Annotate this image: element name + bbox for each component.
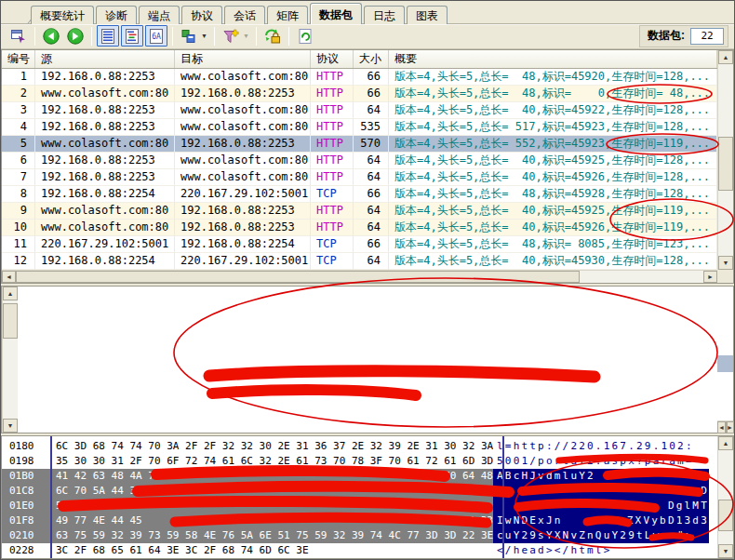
packet-cell-size: 64	[354, 220, 389, 236]
tab-图表[interactable]: 图表	[407, 6, 448, 24]
column-header-编号[interactable]: 编号	[2, 50, 35, 68]
column-header-概要[interactable]: 概要	[389, 50, 717, 68]
scrollbar-thumb[interactable]	[3, 303, 18, 339]
packet-cell-no: 11	[2, 236, 35, 253]
column-header-源[interactable]: 源	[35, 50, 175, 68]
tab-矩阵[interactable]: 矩阵	[267, 6, 308, 24]
decode-row[interactable]: ="no-cache"><META http-equiv="Content-Ty…	[717, 322, 733, 339]
toggle-decode-view-icon[interactable]	[121, 25, 143, 47]
packet-cell-no: 12	[2, 253, 35, 270]
tab-端点[interactable]: 端点	[139, 6, 180, 24]
packet-row[interactable]: 11220.167.29.102:5001192.168.0.88:2254TC…	[2, 236, 717, 253]
scroll-down-icon[interactable]: ▼	[718, 256, 733, 270]
hex-row[interactable]: 01B041 42 63 48 4A 764D 4E 70 64 48ABcHJ…	[2, 469, 717, 484]
hex-row[interactable]: 021063 75 59 32 39 73 59 58 4E 76 5A 6E …	[2, 528, 717, 543]
decode-row[interactable]: IwNDD13d3cuY29sYXNvZnQuY29tLw=="></head>…	[717, 389, 733, 406]
back-icon[interactable]	[40, 25, 62, 47]
display-options-dropdown-caret[interactable]: ▼	[201, 33, 207, 39]
packet-cell-sum: 版本=4,头长=5,总长= 40,标识=45930,生存时间=128,...	[389, 253, 717, 270]
packet-row[interactable]: 6192.168.0.88:2253www.colasoft.com:80HTT…	[2, 153, 717, 169]
packet-cell-proto: HTTP	[311, 153, 354, 169]
toggle-hex-view-icon[interactable]: 6A	[145, 25, 167, 47]
scrollbar-thumb[interactable]	[16, 271, 580, 283]
scrollbar-thumb[interactable]	[718, 137, 733, 191]
packet-list-pane: 编号源目标协议大小概要 1192.168.0.88:2253www.colaso…	[1, 49, 734, 284]
decode-row[interactable]: l=http://220.167.29.102:5001/portal2.asp…	[717, 355, 733, 372]
packet-cell-src: 192.168.0.88:2254	[35, 186, 175, 203]
packet-cell-size: 535	[354, 119, 389, 136]
scroll-left-icon[interactable]: ◄	[2, 271, 16, 283]
filter-dropdown-caret[interactable]: ▼	[243, 33, 249, 39]
scroll-left-icon[interactable]: ◄	[717, 421, 726, 433]
packet-decode-pane: Connection:close[183/21]Line 1:<HTML><he…	[1, 286, 734, 433]
hex-row[interactable]: 01C86C 70 5A 44 33lD	[2, 484, 717, 499]
packet-cell-src: www.colasoft.com:80	[35, 86, 175, 102]
hex-offset: 0228	[2, 543, 47, 558]
scrollbar-thumb[interactable]	[718, 500, 733, 531]
hex-row[interactable]: 01F849 77 4E 44 4564 33IwNDExJnZXVybD13d…	[2, 513, 717, 528]
ascii-visible-prefix: ABcHJvdmluY2	[497, 469, 595, 484]
hex-vertical-scrollbar[interactable]: ▲ ▼	[717, 436, 733, 558]
packet-row[interactable]: 4192.168.0.88:2253www.colasoft.com:80HTT…	[2, 119, 717, 136]
packet-row[interactable]: 9www.colasoft.com:80192.168.0.88:2253HTT…	[2, 203, 717, 220]
scroll-down-icon[interactable]: ▼	[718, 544, 733, 558]
packet-row[interactable]: 10www.colasoft.com:80192.168.0.88:2253HT…	[2, 220, 717, 236]
packet-list-vertical-scrollbar[interactable]: ▲ ▼	[717, 50, 733, 270]
hex-ascii-text: </head></html>	[493, 543, 709, 558]
packet-cell-sum: 版本=4,头长=5,总长= 48,标识=45928,生存时间=128,...	[389, 186, 717, 203]
decode-row[interactable]: Connection:close[183/21]	[717, 288, 733, 305]
packet-cell-sum: 版本=4,头长=5,总长= 48,标识=45920,生存时间=128,...	[389, 69, 717, 86]
packet-row[interactable]: 8192.168.0.88:2254220.167.29.102:5001TCP…	[2, 186, 717, 203]
decode-row[interactable]: ml;charset=gb2312"><meta http-equiv="Ref…	[717, 339, 733, 355]
decode-vertical-scrollbar[interactable]: ▲ ▼	[2, 287, 18, 433]
packet-cell-dst: 192.168.0.88:2253	[175, 203, 311, 220]
scrollbar-thumb[interactable]	[726, 421, 728, 433]
tab-会话[interactable]: 会话	[224, 6, 265, 24]
hex-row[interactable]: 01E055DglMT	[2, 499, 717, 513]
column-header-协议[interactable]: 协议	[311, 50, 354, 68]
tab-诊断[interactable]: 诊断	[96, 6, 137, 24]
packet-row[interactable]: 2www.colasoft.com:80192.168.0.88:2253HTT…	[2, 86, 717, 102]
hex-row[interactable]: 01806C 3D 68 74 74 70 3A 2F 2F 32 32 30 …	[2, 439, 717, 454]
packet-cell-size: 64	[354, 102, 389, 119]
decode-horizontal-scrollbar[interactable]: ◄ ►	[717, 420, 733, 433]
tab-概要统计[interactable]: 概要统计	[31, 6, 94, 24]
packet-row[interactable]: 1192.168.0.88:2253www.colasoft.com:80HTT…	[2, 69, 717, 86]
scroll-right-icon[interactable]: ►	[703, 271, 717, 283]
packet-builder-icon[interactable]	[7, 25, 30, 47]
scroll-up-icon[interactable]: ▲	[3, 287, 18, 300]
display-options-icon[interactable]	[178, 25, 200, 47]
decode-row[interactable]: Line 1:<HTML><head><title></title><META …	[717, 305, 733, 322]
decode-row[interactable]: VpMT[444/60]	[717, 372, 733, 389]
lock-icon[interactable]	[261, 25, 284, 47]
packet-row[interactable]: 12192.168.0.88:2254220.167.29.102:5001TC…	[2, 253, 717, 270]
hex-ascii-text: lD	[493, 484, 709, 499]
hex-row[interactable]: 019835 30 30 31 2F 70 6F 72 74 61 6C 32 …	[2, 454, 717, 469]
column-header-目标[interactable]: 目标	[175, 50, 311, 68]
packet-cell-proto: HTTP	[311, 119, 354, 136]
tab-协议[interactable]: 协议	[181, 6, 222, 24]
packet-cell-proto: HTTP	[311, 86, 354, 102]
packet-cell-src: www.colasoft.com:80	[35, 220, 175, 236]
packet-cell-src: www.colasoft.com:80	[35, 136, 175, 153]
packet-row[interactable]: 3192.168.0.88:2253www.colasoft.com:80HTT…	[2, 102, 717, 119]
column-header-大小[interactable]: 大小	[354, 50, 389, 68]
decode-row[interactable]: l>[564/2]	[717, 406, 733, 420]
tab-数据包[interactable]: 数据包	[310, 3, 362, 24]
hex-row[interactable]: 02283C 2F 68 65 61 64 3E 3C 2F 68 74 6D …	[2, 543, 717, 558]
packet-analyzer-window: 概要统计诊断端点协议会话矩阵数据包日志图表 6A ▼ ▼	[0, 0, 735, 560]
scroll-up-icon[interactable]: ▲	[718, 50, 733, 64]
packet-cell-src: 192.168.0.88:2253	[35, 153, 175, 169]
packet-row[interactable]: 7192.168.0.88:2253www.colasoft.com:80HTT…	[2, 169, 717, 186]
hex-visible-prefix: 49 77 4E 44 45	[56, 513, 142, 528]
tab-日志[interactable]: 日志	[364, 6, 405, 24]
packet-cell-dst: www.colasoft.com:80	[175, 119, 311, 136]
refresh-icon[interactable]	[294, 25, 316, 47]
scroll-down-icon[interactable]: ▼	[3, 419, 18, 433]
scroll-up-icon[interactable]: ▲	[718, 436, 733, 450]
forward-icon[interactable]	[64, 25, 87, 47]
packet-row[interactable]: 5www.colasoft.com:80192.168.0.88:2253HTT…	[2, 136, 717, 153]
toggle-list-view-icon[interactable]	[97, 25, 119, 47]
filter-icon[interactable]	[220, 25, 242, 47]
packet-list-horizontal-scrollbar[interactable]: ◄ ►	[2, 270, 717, 283]
